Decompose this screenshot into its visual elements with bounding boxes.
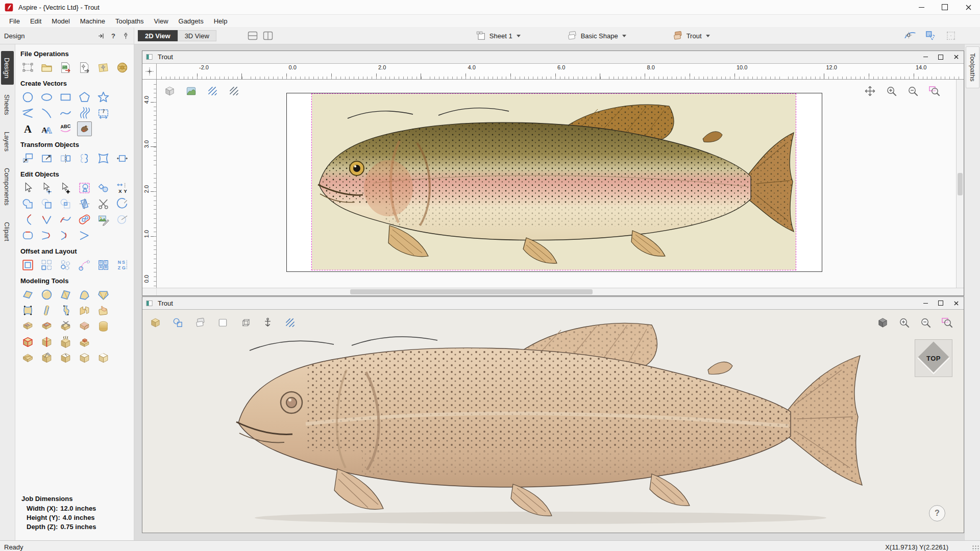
2d-canvas[interactable] [157, 80, 956, 288]
split-view-vertical-button[interactable] [260, 29, 276, 42]
toggle-material-block-button[interactable] [162, 84, 177, 99]
ruler-origin-button[interactable] [142, 64, 157, 79]
tool-text-on-curve[interactable]: ABC [58, 121, 73, 136]
tool-circular-array[interactable] [58, 258, 73, 272]
pan-view-button[interactable] [862, 84, 877, 99]
tool-curve-fillet[interactable] [58, 228, 73, 243]
tool-block-layout[interactable]: DCAB [96, 258, 111, 272]
split-view-horizontal-button[interactable] [245, 29, 260, 42]
toolpaths-tab[interactable]: Toolpaths [966, 46, 979, 88]
tool-stack-slices[interactable] [96, 319, 111, 334]
tool-create-dome[interactable] [39, 287, 54, 302]
2d-window-close-button[interactable] [948, 51, 964, 63]
tool-open-file[interactable] [39, 60, 54, 75]
toggle-origin-button[interactable] [260, 315, 275, 330]
2d-vertical-scrollbar-thumb[interactable] [958, 173, 963, 195]
3d-window-maximize-button[interactable] [933, 297, 948, 309]
tab-2d-view[interactable]: 2D View [138, 30, 178, 41]
side-tab-layers[interactable]: Layers [1, 125, 14, 158]
zoom-to-selection-3d-button[interactable] [939, 315, 954, 330]
tool-fit-lines[interactable] [39, 212, 54, 227]
tool-soften-block[interactable] [96, 350, 111, 365]
tool-smooth-model[interactable] [58, 335, 73, 349]
level-dropdown-trout[interactable]: Trout [669, 29, 713, 42]
tool-draw-curve[interactable] [58, 106, 73, 120]
zoom-to-selection-button[interactable] [926, 84, 942, 99]
tool-draw-star[interactable] [96, 90, 111, 105]
tool-weld-vectors[interactable] [20, 196, 35, 211]
toggle-vectors-on-model-button[interactable] [170, 315, 185, 330]
window-close-button[interactable] [957, 0, 980, 14]
zoom-out-button[interactable] [905, 84, 920, 99]
snap-to-grid-toggle[interactable] [943, 29, 959, 42]
tool-round-block[interactable] [77, 350, 92, 365]
3d-window-close-button[interactable] [948, 297, 964, 309]
tool-align-objects[interactable] [115, 151, 130, 166]
toggle-sheet-button[interactable] [215, 315, 230, 330]
tool-node-edit[interactable] [39, 181, 54, 195]
tool-turn-model[interactable] [58, 303, 73, 318]
window-minimize-button[interactable] [910, 0, 933, 14]
tool-crop-model[interactable] [20, 335, 35, 349]
tool-angled-planes[interactable] [77, 303, 92, 318]
tool-draw-arc[interactable] [39, 106, 54, 120]
tool-overlap-vectors[interactable] [58, 196, 73, 211]
tool-move-objects[interactable] [20, 151, 35, 166]
collapse-panel-button[interactable] [96, 31, 106, 41]
pin-panel-button[interactable] [120, 31, 131, 41]
menu-model[interactable]: Model [46, 16, 75, 27]
tool-two-rail-sweep[interactable] [58, 287, 73, 302]
3d-window-minimize-button[interactable] [918, 297, 933, 309]
menu-help[interactable]: Help [209, 16, 233, 27]
tool-slice-model[interactable] [58, 350, 73, 365]
tool-export-vectors[interactable] [77, 60, 92, 75]
2d-window-minimize-button[interactable] [918, 51, 933, 63]
2d-window-titlebar[interactable]: Trout [142, 51, 964, 64]
tool-create-shape[interactable] [20, 287, 35, 302]
menu-gadgets[interactable]: Gadgets [174, 16, 209, 27]
tool-copy-along-vectors[interactable] [77, 258, 92, 272]
tool-draw-text[interactable]: A [20, 121, 35, 136]
tool-carving-tools[interactable] [39, 350, 54, 365]
toggle-toolpath-drawing-3d-button[interactable] [282, 315, 298, 330]
window-maximize-button[interactable] [933, 0, 957, 14]
tool-mirror-copy[interactable] [77, 151, 92, 166]
3d-window-titlebar[interactable]: Trout [142, 297, 964, 310]
tool-chamfer-corner[interactable] [77, 228, 92, 243]
tab-3d-view[interactable]: 3D View [178, 30, 216, 41]
tool-trim-vectors[interactable] [96, 196, 111, 211]
3d-canvas[interactable]: TOP ? [142, 310, 964, 533]
tool-trim-model[interactable] [58, 319, 73, 334]
view-orientation-badge[interactable]: TOP [915, 339, 952, 377]
side-tab-components[interactable]: Components [1, 161, 14, 212]
menu-view[interactable]: View [149, 16, 174, 27]
side-tab-clipart[interactable]: Clipart [1, 215, 14, 248]
tool-draped-surface[interactable] [20, 303, 35, 318]
tool-vector-texture[interactable] [77, 106, 92, 120]
tool-texture-component[interactable] [39, 319, 54, 334]
tool-texture-area[interactable] [20, 319, 35, 334]
trout-bitmap-selected[interactable] [312, 94, 796, 270]
tool-vector-validator[interactable] [77, 196, 92, 211]
side-tab-sheets[interactable]: Sheets [1, 88, 14, 121]
tool-extrude-shape[interactable] [96, 287, 111, 302]
tool-subtract-vectors[interactable] [39, 196, 54, 211]
toggle-bitmap-preview-button[interactable] [183, 84, 199, 99]
2d-vertical-scrollbar[interactable] [956, 80, 964, 288]
tool-close-vector[interactable] [115, 212, 130, 227]
tool-set-size[interactable] [39, 151, 54, 166]
tool-offset-vectors[interactable] [20, 258, 35, 272]
tool-add-carved-texture[interactable] [20, 350, 35, 365]
tool-edit-picture[interactable] [96, 212, 111, 227]
snap-to-geometry-toggle[interactable] [902, 29, 918, 42]
tool-extrude-bar[interactable] [39, 303, 54, 318]
tool-import-bitmap[interactable] [58, 60, 73, 75]
side-tab-design[interactable]: Design [1, 51, 14, 85]
tool-extend-vector[interactable] [39, 228, 54, 243]
tool-draw-polyline[interactable] [20, 106, 35, 120]
tool-sculpt-model[interactable] [96, 303, 111, 318]
tool-circle-trim[interactable] [115, 196, 130, 211]
tool-trace-bitmap[interactable] [77, 121, 92, 136]
level-dropdown-basic-shape[interactable]: Basic Shape [564, 29, 629, 42]
tool-draw-dimensions[interactable] [96, 106, 111, 120]
